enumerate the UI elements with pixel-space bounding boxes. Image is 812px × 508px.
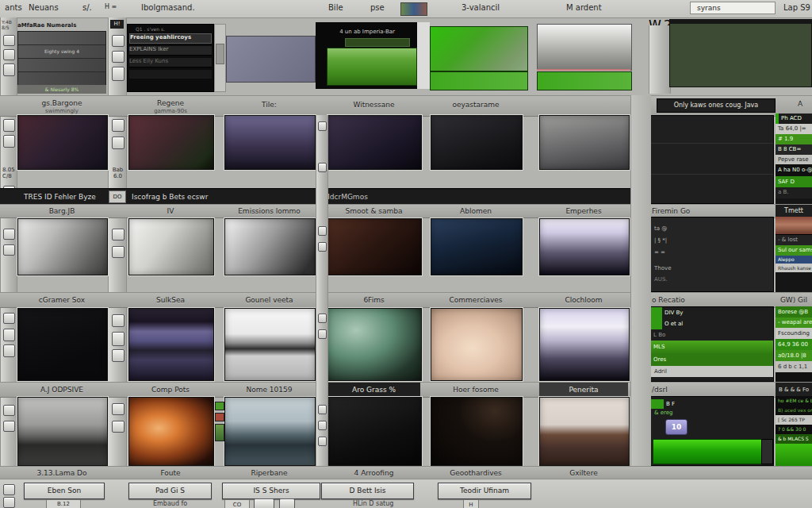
playlist-row[interactable]: Adril (651, 366, 773, 377)
effect-thumb[interactable] (539, 115, 630, 170)
clip-marker-icon[interactable] (215, 402, 224, 410)
tool-icon[interactable] (3, 484, 15, 495)
tool-icon[interactable] (3, 64, 15, 76)
list-item[interactable]: A ha N0 o-@ (776, 164, 812, 176)
media-row[interactable]: EXPLAINS Iker (129, 46, 212, 56)
list-item[interactable]: B 8 CB= (776, 144, 812, 155)
log-row[interactable]: ho #EM ce & bk (776, 396, 812, 406)
menu-item[interactable]: Ibolgmasand. (141, 3, 195, 12)
render-row[interactable]: & ereg (651, 409, 773, 418)
status-row[interactable]: a0/18.0 |8 (776, 350, 812, 361)
status-row[interactable]: Borese @B (776, 306, 812, 318)
panel-corner-tab[interactable]: Tmett (776, 205, 812, 217)
clip-preview-panel[interactable] (226, 36, 316, 83)
playlist-row[interactable]: Ores (651, 354, 773, 366)
status-row[interactable]: - weapal are (776, 318, 812, 328)
list-item[interactable]: Ph ACD (776, 114, 812, 124)
log-row[interactable]: B) aced vex or] (776, 406, 812, 415)
list-item[interactable]: # 1.9 (776, 134, 812, 144)
log-row[interactable]: [ Sc 265 TP (776, 415, 812, 425)
list-item[interactable]: Sul our sams (776, 245, 812, 256)
render-progress-bar[interactable] (653, 439, 762, 464)
track-row[interactable]: Eighty swing 4 (18, 45, 105, 59)
inspector-row[interactable] (651, 116, 773, 144)
media-scrollbar[interactable] (214, 24, 226, 92)
status-field[interactable]: B.12 (46, 499, 81, 508)
log-row[interactable] (776, 444, 812, 466)
effect-thumb[interactable] (431, 218, 523, 275)
timeline-clip[interactable] (327, 48, 417, 86)
option-row[interactable]: | § *| (651, 236, 773, 245)
effect-thumb[interactable] (431, 308, 523, 381)
tool-icon[interactable] (3, 329, 15, 341)
tool-icon[interactable] (318, 329, 327, 339)
log-row[interactable]: & b MLACS S (776, 434, 812, 444)
tool-icon[interactable] (112, 35, 124, 47)
timeline-clip[interactable] (430, 26, 528, 71)
tool-icon[interactable] (3, 313, 15, 324)
tool-icon[interactable] (318, 314, 327, 323)
playlist-row[interactable]: MLS (651, 341, 773, 354)
inspector-row[interactable] (651, 144, 773, 175)
tool-icon[interactable] (112, 421, 124, 433)
tool-icon[interactable] (3, 229, 15, 240)
tool-icon[interactable] (112, 332, 124, 346)
tool-icon[interactable] (3, 344, 15, 357)
option-row[interactable]: AUS. (651, 275, 773, 284)
clip-marker-icon[interactable] (215, 413, 224, 421)
action-button[interactable]: Pad Gi S (128, 483, 212, 499)
menu-item[interactable]: ants (5, 3, 22, 12)
toolbar-handle-icon[interactable]: H ≡ (105, 3, 117, 10)
preview-monitor[interactable] (669, 19, 812, 87)
effect-thumb[interactable] (224, 308, 316, 381)
option-row[interactable]: = = (651, 248, 773, 257)
tool-icon[interactable] (318, 421, 327, 430)
tool-icon[interactable] (279, 498, 295, 508)
status-field[interactable]: CO (224, 499, 250, 508)
media-row[interactable]: Less Eily Kuns (129, 58, 212, 67)
scroll-thumb[interactable] (216, 44, 224, 64)
status-field[interactable]: H (463, 499, 479, 508)
effect-thumb[interactable] (327, 397, 422, 466)
tool-icon[interactable] (3, 421, 15, 432)
effect-thumb[interactable] (224, 218, 316, 275)
tool-icon[interactable] (3, 35, 15, 46)
tool-icon[interactable] (112, 403, 124, 415)
render-row[interactable]: B F (651, 399, 773, 409)
option-row[interactable]: Thove (651, 264, 773, 273)
menu-item[interactable]: 3-valancil (462, 3, 500, 12)
tool-icon[interactable] (112, 349, 124, 362)
progress-handle[interactable] (761, 439, 773, 464)
tool-icon[interactable] (112, 137, 124, 149)
tool-icon[interactable] (112, 246, 124, 258)
effect-thumb[interactable] (17, 308, 108, 381)
effect-thumb[interactable] (128, 218, 214, 275)
tool-icon[interactable] (3, 135, 15, 148)
preset-dropdown[interactable]: syrans (690, 2, 776, 14)
list-item[interactable]: Aleppo (776, 256, 812, 264)
status-row[interactable]: 64,9 36 00 (776, 339, 812, 350)
list-item[interactable]: a B. (776, 187, 812, 198)
effect-thumb[interactable] (224, 397, 316, 466)
tool-icon[interactable] (3, 244, 15, 256)
action-button[interactable]: Teodir Ufinam (438, 483, 531, 499)
menu-item[interactable]: M ardent (566, 3, 602, 12)
effect-thumb[interactable] (327, 308, 422, 381)
status-row[interactable]: Fscounding (776, 328, 812, 339)
tool-icon[interactable] (112, 51, 124, 63)
tool-icon[interactable] (318, 242, 327, 252)
action-button[interactable]: IS S Shers (222, 483, 320, 499)
effect-thumb[interactable] (327, 115, 422, 170)
option-row[interactable]: ta @ (651, 224, 773, 233)
render-badge[interactable]: 10 (665, 419, 688, 435)
effect-thumb[interactable] (431, 397, 523, 466)
effect-thumb[interactable] (539, 308, 630, 381)
menu-item[interactable]: Bile (328, 3, 343, 12)
effect-thumb[interactable] (17, 218, 108, 275)
tool-icon[interactable] (318, 163, 327, 172)
effect-thumb[interactable] (539, 397, 630, 466)
clip-marker-icon[interactable] (215, 424, 224, 441)
menu-item[interactable]: pse (370, 3, 385, 12)
tool-icon[interactable] (318, 405, 327, 414)
timeline-clip[interactable] (537, 71, 632, 90)
